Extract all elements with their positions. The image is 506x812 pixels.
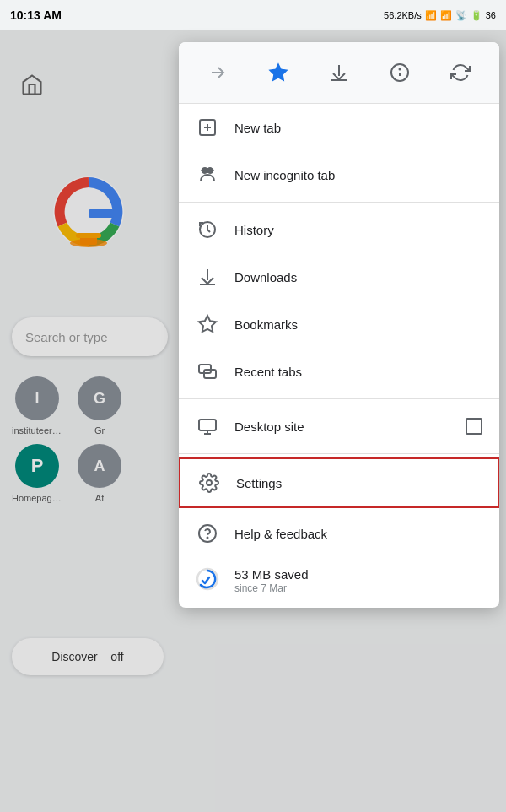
menu-item-settings[interactable]: Settings xyxy=(179,457,499,508)
network-speed: 56.2KB/s xyxy=(384,10,422,20)
menu-item-incognito[interactable]: New incognito tab xyxy=(179,151,499,198)
menu-item-desktop-site[interactable]: Desktop site xyxy=(179,403,499,450)
menu-item-new-tab[interactable]: New tab xyxy=(179,104,499,151)
wifi-icon: 📡 xyxy=(455,10,467,21)
info-button[interactable] xyxy=(381,54,418,91)
battery-level: 36 xyxy=(486,10,496,20)
status-time: 10:13 AM xyxy=(10,8,62,22)
bookmark-button[interactable] xyxy=(260,54,297,91)
new-tab-icon xyxy=(196,116,219,139)
help-icon xyxy=(196,522,219,545)
incognito-label: New incognito tab xyxy=(234,168,482,182)
recent-tabs-icon xyxy=(196,360,219,383)
history-label: History xyxy=(234,223,482,237)
svg-marker-5 xyxy=(270,64,287,80)
svg-rect-24 xyxy=(199,420,216,430)
divider-1 xyxy=(179,202,499,203)
status-icons: 56.2KB/s 📶 📶 📡 🔋 36 xyxy=(384,10,496,21)
status-bar: 10:13 AM 56.2KB/s 📶 📶 📡 🔋 36 xyxy=(0,0,506,30)
signal-icon-2: 📶 xyxy=(440,10,452,21)
bookmarks-label: Bookmarks xyxy=(234,317,482,332)
downloads-icon xyxy=(196,265,219,289)
new-tab-label: New tab xyxy=(234,121,482,135)
svg-marker-21 xyxy=(199,316,216,332)
mb-saved-label: 53 MB saved xyxy=(234,567,309,582)
forward-button[interactable] xyxy=(199,54,236,91)
menu-item-bookmarks[interactable]: Bookmarks xyxy=(179,300,499,348)
bookmarks-icon xyxy=(196,312,219,336)
download-button[interactable] xyxy=(320,54,358,91)
signal-icon-1: 📶 xyxy=(425,10,437,21)
recent-tabs-label: Recent tabs xyxy=(234,365,482,379)
mb-saved-sub: since 7 Mar xyxy=(234,582,309,594)
settings-label: Settings xyxy=(236,476,481,490)
mb-saved-icon xyxy=(196,567,219,591)
help-label: Help & feedback xyxy=(234,527,482,541)
desktop-site-checkbox[interactable] xyxy=(466,418,482,435)
menu-item-recent-tabs[interactable]: Recent tabs xyxy=(179,348,499,395)
incognito-icon xyxy=(196,163,219,187)
mb-saved-row[interactable]: 53 MB saved since 7 Mar xyxy=(179,557,499,608)
desktop-icon xyxy=(196,414,219,438)
menu-item-downloads[interactable]: Downloads xyxy=(179,253,499,300)
battery-indicator: 🔋 xyxy=(471,10,482,21)
mb-saved-text: 53 MB saved since 7 Mar xyxy=(234,567,309,594)
menu-item-history[interactable]: History xyxy=(179,206,499,253)
divider-3 xyxy=(179,453,499,454)
dropdown-menu: New tab New incognito tab xyxy=(179,42,499,608)
history-icon xyxy=(196,218,219,241)
downloads-label: Downloads xyxy=(234,270,482,284)
menu-item-help[interactable]: Help & feedback xyxy=(179,510,499,557)
divider-2 xyxy=(179,398,499,399)
settings-icon xyxy=(197,471,221,495)
svg-point-27 xyxy=(207,480,212,485)
refresh-button[interactable] xyxy=(442,54,479,91)
menu-toolbar xyxy=(179,42,499,104)
desktop-site-label: Desktop site xyxy=(234,420,450,434)
